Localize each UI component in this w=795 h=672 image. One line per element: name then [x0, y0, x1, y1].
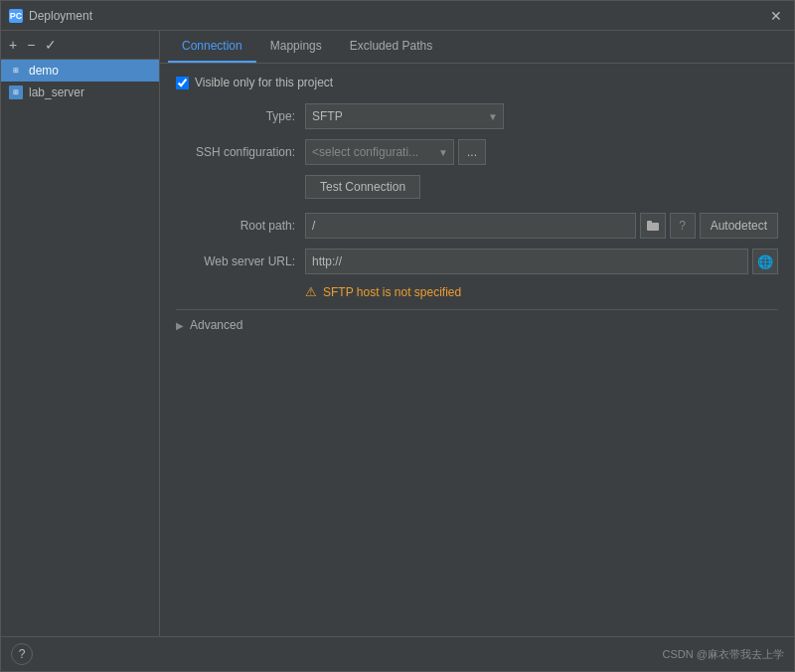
visible-only-row: Visible only for this project	[176, 76, 778, 89]
test-connection-row: Test Connection	[305, 175, 778, 199]
warning-text: SFTP host is not specified	[323, 285, 461, 299]
sidebar-toolbar: + − ✓	[1, 31, 159, 60]
right-panel: Connection Mappings Excluded Paths Visib…	[160, 31, 794, 636]
warning-icon: ⚠	[305, 284, 317, 299]
web-url-browse-button[interactable]: 🌐	[752, 249, 778, 274]
root-path-folder-button[interactable]	[640, 213, 666, 239]
dialog-title: Deployment	[29, 9, 92, 23]
deployment-dialog: PC Deployment ✕ + − ✓ ⊞ demo ⊞ lab_serve…	[0, 0, 795, 672]
svg-rect-0	[647, 223, 659, 231]
title-bar: PC Deployment ✕	[1, 1, 794, 31]
tab-excluded-paths[interactable]: Excluded Paths	[336, 31, 446, 63]
add-button[interactable]: +	[5, 35, 21, 55]
server-icon-lab: ⊞	[9, 85, 23, 99]
web-url-row: Web server URL: 🌐	[176, 249, 778, 274]
close-button[interactable]: ✕	[766, 6, 786, 26]
root-path-help-button[interactable]: ?	[670, 213, 696, 239]
type-row: Type: SFTP FTP Local or mounted folder ▼	[176, 103, 778, 129]
advanced-label[interactable]: Advanced	[190, 318, 242, 332]
web-url-input[interactable]	[305, 249, 748, 274]
ssh-dots-button[interactable]: ...	[458, 139, 486, 165]
tabs-bar: Connection Mappings Excluded Paths	[160, 31, 794, 64]
ssh-label: SSH configuration:	[176, 145, 305, 159]
tab-content-connection: Visible only for this project Type: SFTP…	[160, 64, 794, 636]
folder-icon	[647, 220, 659, 232]
watermark: CSDN @麻衣带我去上学	[663, 647, 784, 662]
remove-button[interactable]: −	[23, 35, 39, 55]
web-url-label: Web server URL:	[176, 254, 305, 268]
check-button[interactable]: ✓	[41, 35, 61, 55]
type-dropdown[interactable]: SFTP FTP Local or mounted folder	[305, 103, 504, 129]
help-button[interactable]: ?	[11, 643, 33, 665]
svg-rect-1	[647, 221, 652, 224]
test-connection-button[interactable]: Test Connection	[305, 175, 420, 199]
ssh-config-row: SSH configuration: <select configurati..…	[176, 139, 778, 165]
warning-row: ⚠ SFTP host is not specified	[305, 284, 778, 299]
ssh-controls: <select configurati... ▼ ...	[305, 139, 486, 165]
autodetect-button[interactable]: Autodetect	[700, 213, 778, 239]
visible-only-label: Visible only for this project	[195, 76, 333, 89]
main-content: + − ✓ ⊞ demo ⊞ lab_server Connection Map…	[1, 31, 794, 636]
type-dropdown-wrap: SFTP FTP Local or mounted folder ▼	[305, 103, 504, 129]
ssh-select-wrap: <select configurati... ▼	[305, 139, 454, 165]
web-url-controls: 🌐	[305, 249, 778, 274]
ssh-select[interactable]: <select configurati...	[305, 139, 454, 165]
root-path-label: Root path:	[176, 219, 305, 233]
root-path-controls: ? Autodetect	[305, 213, 778, 239]
root-path-input[interactable]	[305, 213, 636, 239]
advanced-row[interactable]: ▶ Advanced	[176, 309, 778, 332]
tab-connection[interactable]: Connection	[168, 31, 256, 63]
server-icon-demo: ⊞	[9, 64, 23, 78]
tab-mappings[interactable]: Mappings	[256, 31, 336, 63]
root-path-row: Root path: ? Autodetect	[176, 213, 778, 239]
sidebar-item-demo-label: demo	[29, 64, 59, 78]
visible-only-checkbox[interactable]	[176, 77, 189, 89]
sidebar-item-demo[interactable]: ⊞ demo	[1, 60, 159, 82]
app-icon: PC	[9, 9, 23, 23]
advanced-chevron-icon: ▶	[176, 320, 184, 331]
sidebar-item-lab-server[interactable]: ⊞ lab_server	[1, 82, 159, 103]
bottom-bar: ? CSDN @麻衣带我去上学	[1, 636, 794, 671]
sidebar-item-lab-label: lab_server	[29, 85, 84, 99]
type-label: Type:	[176, 109, 305, 123]
sidebar: + − ✓ ⊞ demo ⊞ lab_server	[1, 31, 160, 636]
